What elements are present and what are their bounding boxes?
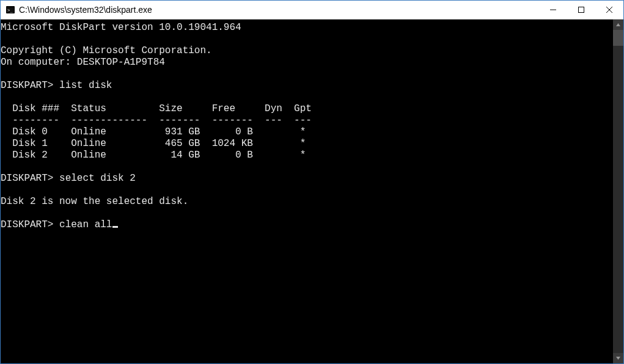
selected-msg: Disk 2 is now the selected disk. (1, 196, 188, 207)
copyright-line: Copyright (C) Microsoft Corporation. (1, 45, 212, 56)
prompt: DISKPART> (1, 173, 53, 184)
computer-line: On computer: DESKTOP-A1P9T84 (1, 57, 165, 68)
svg-marker-7 (616, 23, 620, 26)
titlebar[interactable]: >_ C:\Windows\system32\diskpart.exe (1, 1, 623, 20)
minimize-button[interactable] (539, 1, 567, 19)
scroll-down-button[interactable] (613, 353, 623, 363)
text-cursor (112, 226, 118, 228)
cmd-clean-all: clean all (59, 219, 112, 230)
scrollbar-thumb[interactable] (613, 30, 623, 46)
table-row: Disk 0 Online 931 GB 0 B * (1, 126, 306, 137)
app-icon: >_ (6, 5, 15, 15)
svg-rect-4 (579, 7, 584, 13)
table-divider: -------- ------------- ------- ------- -… (1, 115, 312, 126)
console-area: Microsoft DiskPart version 10.0.19041.96… (1, 20, 623, 363)
close-button[interactable] (595, 1, 623, 19)
window-title: C:\Windows\system32\diskpart.exe (19, 5, 539, 15)
cmd-select-disk: select disk 2 (59, 173, 136, 184)
console-output[interactable]: Microsoft DiskPart version 10.0.19041.96… (1, 20, 613, 363)
svg-marker-8 (616, 357, 620, 360)
version-line: Microsoft DiskPart version 10.0.19041.96… (1, 22, 241, 33)
app-window: >_ C:\Windows\system32\diskpart.exe Micr… (0, 0, 624, 364)
window-controls (539, 1, 623, 19)
prompt: DISKPART> (1, 80, 53, 91)
cmd-list-disk: list disk (59, 80, 112, 91)
table-row: Disk 1 Online 465 GB 1024 KB * (1, 138, 306, 149)
table-header: Disk ### Status Size Free Dyn Gpt (1, 103, 312, 114)
prompt: DISKPART> (1, 219, 53, 230)
vertical-scrollbar[interactable] (613, 20, 623, 363)
scroll-up-button[interactable] (613, 20, 623, 30)
svg-text:>_: >_ (7, 8, 13, 13)
table-row: Disk 2 Online 14 GB 0 B * (1, 150, 306, 161)
maximize-button[interactable] (567, 1, 595, 19)
